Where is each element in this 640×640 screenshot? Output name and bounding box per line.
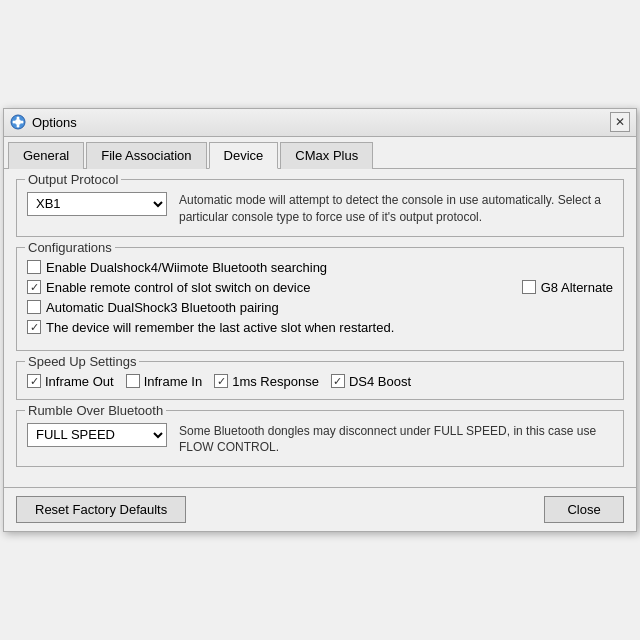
config-ds4-bt-row: Enable Dualshock4/Wiimote Bluetooth sear… [27,260,613,275]
label-g8-alt: G8 Alternate [541,280,613,295]
tab-file-association[interactable]: File Association [86,142,206,169]
config-remember-row: The device will remember the last active… [27,320,613,335]
checkbox-remember-slot[interactable] [27,320,41,334]
title-bar: Options ✕ [4,109,636,137]
close-dialog-button[interactable]: Close [544,496,624,523]
checkbox-g8-alt[interactable] [522,280,536,294]
rumble-select[interactable]: FULL SPEED FLOW CONTROL OFF [27,423,167,447]
svg-point-3 [17,125,20,128]
protocol-description: Automatic mode will attempt to detect th… [179,192,613,226]
checkbox-slot-switch[interactable] [27,280,41,294]
config-ds3-row: Automatic DualShock3 Bluetooth pairing [27,300,613,315]
speed-row: Inframe Out Inframe In 1ms Response DS4 … [27,374,613,389]
speed-item-ds4-boost: DS4 Boost [331,374,411,389]
close-button[interactable]: ✕ [610,112,630,132]
rumble-row: FULL SPEED FLOW CONTROL OFF Some Bluetoo… [27,423,613,457]
app-icon [10,114,26,130]
tab-content: Output Protocol XB1 PS4 NS XB360 PS3 Aut… [4,169,636,487]
speed-up-group: Speed Up Settings Inframe Out Inframe In… [16,361,624,400]
checkbox-inframe-out[interactable] [27,374,41,388]
tab-general[interactable]: General [8,142,84,169]
checkbox-ds3-bt[interactable] [27,300,41,314]
config-slot-row: Enable remote control of slot switch on … [27,280,613,295]
rumble-description: Some Bluetooth dongles may disconnect un… [179,423,613,457]
configurations-group: Configurations Enable Dualshock4/Wiimote… [16,247,624,351]
label-ds4-bt: Enable Dualshock4/Wiimote Bluetooth sear… [46,260,327,275]
checkbox-ds4-bt[interactable] [27,260,41,274]
svg-point-5 [21,121,24,124]
label-ds4-boost: DS4 Boost [349,374,411,389]
g8-right: G8 Alternate [522,280,613,295]
protocol-select[interactable]: XB1 PS4 NS XB360 PS3 [27,192,167,216]
protocol-row: XB1 PS4 NS XB360 PS3 Automatic mode will… [27,192,613,226]
svg-point-4 [13,121,16,124]
svg-point-1 [15,119,21,125]
tab-bar: General File Association Device CMax Plu… [4,137,636,169]
reset-factory-defaults-button[interactable]: Reset Factory Defaults [16,496,186,523]
output-protocol-label: Output Protocol [25,172,121,187]
tab-device[interactable]: Device [209,142,279,169]
title-bar-left: Options [10,114,77,130]
checkbox-1ms-response[interactable] [214,374,228,388]
svg-point-2 [17,117,20,120]
tab-cmax-plus[interactable]: CMax Plus [280,142,373,169]
options-window: Options ✕ General File Association Devic… [3,108,637,532]
configurations-label: Configurations [25,240,115,255]
footer: Reset Factory Defaults Close [4,487,636,531]
label-inframe-out: Inframe Out [45,374,114,389]
speed-up-label: Speed Up Settings [25,354,139,369]
checkbox-inframe-in[interactable] [126,374,140,388]
speed-item-inframe-out: Inframe Out [27,374,114,389]
slot-left: Enable remote control of slot switch on … [27,280,310,295]
label-inframe-in: Inframe In [144,374,203,389]
output-protocol-group: Output Protocol XB1 PS4 NS XB360 PS3 Aut… [16,179,624,237]
rumble-label: Rumble Over Bluetooth [25,403,166,418]
rumble-group: Rumble Over Bluetooth FULL SPEED FLOW CO… [16,410,624,468]
label-remember-slot: The device will remember the last active… [46,320,394,335]
window-title: Options [32,115,77,130]
label-slot-switch: Enable remote control of slot switch on … [46,280,310,295]
configurations-content: Enable Dualshock4/Wiimote Bluetooth sear… [27,260,613,335]
speed-item-1ms: 1ms Response [214,374,319,389]
label-1ms-response: 1ms Response [232,374,319,389]
speed-item-inframe-in: Inframe In [126,374,203,389]
label-ds3-bt: Automatic DualShock3 Bluetooth pairing [46,300,279,315]
checkbox-ds4-boost[interactable] [331,374,345,388]
